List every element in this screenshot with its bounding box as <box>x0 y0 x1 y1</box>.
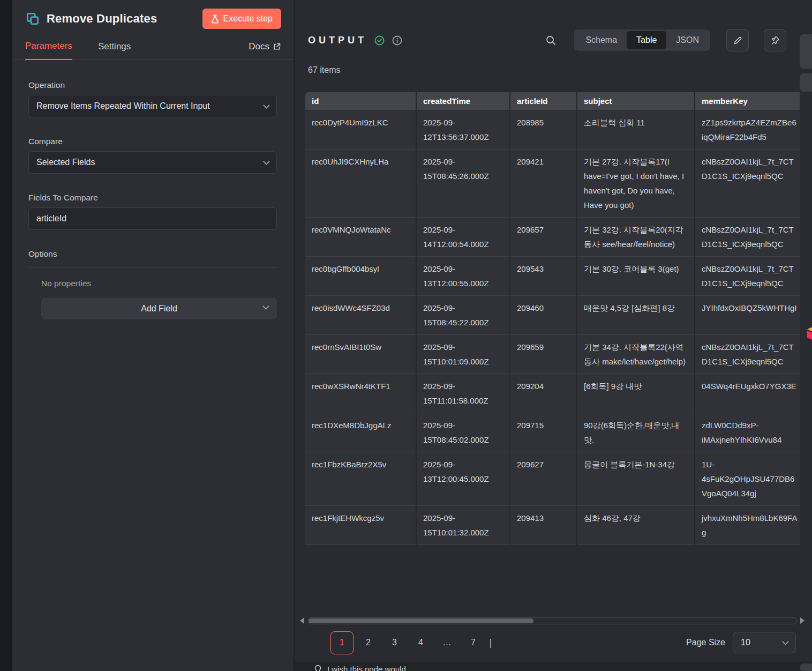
pagination-next-button[interactable] <box>485 639 497 647</box>
table-row[interactable]: rec1FbzKBaBrz2X5v2025-09-13T12:00:45.000… <box>305 452 800 506</box>
search-icon[interactable] <box>546 35 556 46</box>
node-tabs: Parameters Settings Docs <box>12 34 294 60</box>
table-header-row: idcreatedTimearticleIdsubjectmemberKey <box>305 92 800 110</box>
cell-articleId: 209460 <box>510 296 577 335</box>
chevron-down-icon <box>263 158 270 165</box>
cell-articleId: 209657 <box>510 218 577 257</box>
output-header: OUTPUT Schema Table JSON <box>295 28 812 53</box>
items-count: 67 items <box>308 65 340 75</box>
table-row[interactable]: rec0rnSvAIBI1t0Sw2025-09-15T10:01:09.000… <box>305 335 800 374</box>
cell-articleId: 209715 <box>510 413 577 452</box>
execute-step-button[interactable]: Execute step <box>202 9 282 29</box>
compare-value: Selected Fields <box>36 158 95 167</box>
cell-subject: 몽글이 블록기본-1N-34강 <box>577 452 695 506</box>
page-button-2[interactable]: 2 <box>357 631 380 654</box>
scrollbar-thumb[interactable] <box>309 618 533 623</box>
tab-settings[interactable]: Settings <box>98 41 131 59</box>
check-circle-icon <box>374 35 385 46</box>
output-title: OUTPUT <box>308 35 367 46</box>
chevron-down-icon <box>782 638 789 645</box>
chevron-down-icon <box>262 303 269 310</box>
view-table[interactable]: Table <box>627 31 666 49</box>
cell-articleId: 209659 <box>510 335 577 374</box>
page-size-select[interactable]: 10 <box>733 632 796 653</box>
airtable-logo-icon <box>806 325 812 343</box>
output-table-container: idcreatedTimearticleIdsubjectmemberKey r… <box>305 92 800 612</box>
table-row[interactable]: rec0bgGffb004bsyl2025-09-13T12:00:55.000… <box>305 257 800 296</box>
output-view-toggle: Schema Table JSON <box>574 29 710 51</box>
table-row[interactable]: rec0DytP4UmI9zLKC2025-09-12T13:56:37.000… <box>305 110 800 150</box>
output-panel: OUTPUT Schema Table JSON <box>294 0 812 671</box>
table-row[interactable]: rec0VMNQJoWtataNc2025-09-14T12:00:54.000… <box>305 218 800 257</box>
flask-icon <box>211 14 219 24</box>
page-button-4[interactable]: 4 <box>409 631 432 654</box>
cell-memberKey: cNBszZ0OAI1kjL_7t_7CTD1C1S_ICXj9eqnl5QC <box>695 257 800 296</box>
cell-createdTime: 2025-09-13T12:00:45.000Z <box>416 452 510 506</box>
feedback-link[interactable]: I wish this node would... <box>295 661 812 671</box>
cell-articleId: 209204 <box>510 374 577 413</box>
pagination-ellipsis[interactable]: … <box>435 631 458 654</box>
external-link-icon <box>273 43 281 50</box>
pin-data-button[interactable] <box>764 29 786 51</box>
add-field-button[interactable]: Add Field <box>41 298 277 319</box>
table-row[interactable]: rec0UhJI9CXHnyLHa2025-09-15T08:45:26.000… <box>305 150 800 218</box>
cell-memberKey: cNBszZ0OAI1kjL_7t_7CTD1C1S_ICXj9eqnl5QC <box>695 150 800 218</box>
column-header-createdTime: createdTime <box>416 92 510 110</box>
operation-select[interactable]: Remove Items Repeated Within Current Inp… <box>28 95 277 117</box>
cell-memberKey: 1U-4sFuK2gOHpJSU477DB6VgoAQ04L34gj <box>695 452 800 506</box>
cell-subject: 기본 34강. 시작블록22(사역동사 make/let/have/get/he… <box>577 335 695 374</box>
edit-output-button[interactable] <box>726 29 749 51</box>
fields-to-compare-input[interactable] <box>36 214 269 223</box>
page-button-3[interactable]: 3 <box>383 631 406 654</box>
cell-id: rec1DXeM8DbJggALz <box>305 413 416 452</box>
cell-subject: 매운맛 4,5강 [심화편] 8강 <box>577 296 695 335</box>
tab-docs[interactable]: Docs <box>249 41 281 59</box>
page-button-1[interactable]: 1 <box>330 631 354 654</box>
column-header-memberKey: memberKey <box>695 92 800 110</box>
scroll-left-arrow-icon[interactable] <box>300 617 304 624</box>
scrollbar-track[interactable] <box>307 617 797 624</box>
pagination-pages: 1234…7 <box>330 631 485 654</box>
clipped-side-panel <box>800 34 812 69</box>
page-button-7[interactable]: 7 <box>462 631 485 654</box>
cell-id: rec0UhJI9CXHnyLHa <box>305 150 416 218</box>
scroll-right-arrow-icon[interactable] <box>800 617 805 624</box>
tab-parameters[interactable]: Parameters <box>25 41 72 60</box>
cell-memberKey: cNBszZ0OAI1kjL_7t_7CTD1C1S_ICXj9eqnl5QC <box>695 335 800 374</box>
cell-memberKey: JYIhfdxOxIBQZ5kWHTHgI <box>695 296 800 335</box>
cell-articleId: 209413 <box>510 506 577 545</box>
feedback-strip: I wish this node would... <box>295 661 812 671</box>
node-header: Remove Duplicates Execute step <box>12 0 294 34</box>
table-row[interactable]: rec1DXeM8DbJggALz2025-09-15T08:45:02.000… <box>305 413 800 452</box>
lightbulb-icon <box>314 665 322 671</box>
options-label: Options <box>28 249 277 259</box>
feedback-text: I wish this node would... <box>327 665 412 671</box>
cell-subject: [6회독] 9강 내맛 <box>577 374 695 413</box>
options-empty-text: No properties <box>41 279 277 288</box>
cell-createdTime: 2025-09-15T11:01:58.000Z <box>416 374 510 413</box>
cell-subject: 소리블럭 심화 11 <box>577 110 695 150</box>
cell-id: rec0bgGffb004bsyl <box>305 257 416 296</box>
cell-subject: 기본 32강. 시작블록20(지각동사 see/hear/feel/notice… <box>577 218 695 257</box>
fields-to-compare-field[interactable] <box>28 207 277 230</box>
horizontal-scrollbar <box>300 616 805 625</box>
view-schema[interactable]: Schema <box>576 31 627 49</box>
page-size-value: 10 <box>741 638 750 647</box>
info-icon[interactable] <box>392 35 402 46</box>
view-json[interactable]: JSON <box>666 31 709 49</box>
cell-articleId: 208985 <box>510 110 577 150</box>
clipped-side-panel <box>800 663 812 671</box>
options-divider <box>28 267 277 268</box>
cell-id: rec0DytP4UmI9zLKC <box>305 110 416 150</box>
column-header-subject: subject <box>577 92 695 110</box>
pin-icon <box>771 36 780 45</box>
cell-memberKey: zZ1ps9zkrtpAZ4EZmZBe6iqQMiraF22b4Fd5 <box>695 110 800 150</box>
compare-select[interactable]: Selected Fields <box>28 151 277 174</box>
table-row[interactable]: rec1FkjtEHWkcgz5v2025-09-15T10:01:32.000… <box>305 506 800 545</box>
table-row[interactable]: rec0isdWWc4SFZ03d2025-09-15T08:45:22.000… <box>305 296 800 335</box>
node-settings-panel: Remove Duplicates Execute step Parameter… <box>12 0 294 671</box>
clipped-side-panel <box>800 73 812 92</box>
parameters-form: Operation Remove Items Repeated Within C… <box>12 60 294 319</box>
left-background-strip <box>0 0 12 671</box>
table-row[interactable]: rec0wXSRwNr4tKTF12025-09-15T11:01:58.000… <box>305 374 800 413</box>
